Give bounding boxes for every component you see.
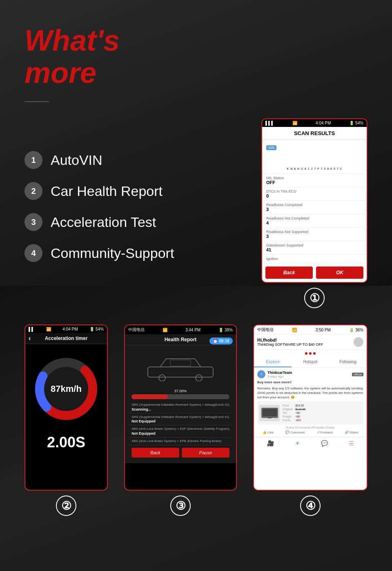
post-author: ThinkcarTeam xyxy=(267,371,292,375)
feature-label-1: AutoVIN xyxy=(51,152,102,168)
progress-bar-bg xyxy=(131,394,229,399)
nav-chat-icon[interactable]: 💬 xyxy=(321,440,328,447)
avatar xyxy=(354,337,363,347)
post-avatar: T xyxy=(257,370,265,378)
svg-rect-7 xyxy=(170,360,191,366)
comm-signal: 中国电信 xyxy=(257,327,274,333)
vin-badge: VIN xyxy=(266,145,276,150)
comm-battery: 🔋 36% xyxy=(349,328,363,332)
back-arrow-icon[interactable]: ‹ xyxy=(29,335,31,342)
progress-container: 37.00% xyxy=(131,389,229,399)
share-button[interactable]: 🔗 Share xyxy=(345,431,359,434)
dots-indicator xyxy=(254,350,367,357)
post-time: 5 days ago xyxy=(267,375,292,378)
svg-point-4 xyxy=(159,375,165,381)
scan-row-readiness-not-completed: Readiness Not Completed 4 xyxy=(262,214,367,228)
page-header: What's more xyxy=(24,24,368,89)
progress-bar-fill xyxy=(131,394,168,399)
vin-section: VIN // Generate barcode bars var bars = … xyxy=(262,140,367,174)
ok-button[interactable]: OK xyxy=(316,267,363,279)
scan-row-mil: MIL Status OFF xyxy=(262,174,367,187)
feature-item-4: 4 Community-Support xyxy=(24,244,261,262)
car-svg xyxy=(140,353,221,381)
health-back-button[interactable]: Back xyxy=(131,448,179,458)
post-content: Remarks: Buy any 2/3 software, the syete… xyxy=(257,386,363,400)
vin-number: K N A H U 8 1 2 7 F 7 0 8 6 5 7 2 xyxy=(266,167,363,170)
post-stats: 0Likes 0Comments 0Forwards 0Views xyxy=(257,426,363,429)
post-header: T ThinkcarTeam 5 days ago official xyxy=(257,370,363,378)
scan-row-readiness-completed: Readiness Completed 3 xyxy=(262,201,367,214)
feature-number-3: 3 xyxy=(24,213,42,231)
feature-number-2: 2 xyxy=(24,182,42,200)
post-actions: 👍 Like 💬 Comment ↗ Forward 🔗 Share xyxy=(257,431,363,434)
time-display: 4:04 PM xyxy=(316,121,331,125)
status-bar-1: ▌▌▌ 📶 4:04 PM 🔋 54% xyxy=(262,119,367,127)
scan-row-readiness-not-supported: Readiness Not Supported 3 xyxy=(262,228,367,241)
forward-button[interactable]: ↗ Forward xyxy=(317,431,333,434)
accel-status-bar: ▌▌ 📶 4:04 PM 🔋 54% xyxy=(25,325,107,333)
health-battery: 🔋 38% xyxy=(218,328,233,332)
tab-hotspot[interactable]: Hotspot xyxy=(292,357,329,367)
progress-label: 37.00% xyxy=(131,389,229,393)
official-badge: official xyxy=(352,373,363,376)
health-status-bar: 中国电信 📶 3:44 PM 🔋 38% xyxy=(125,325,236,334)
barcode: // Generate barcode bars var bars = [2,1… xyxy=(266,153,363,166)
comm-wifi: 📶 xyxy=(292,328,297,332)
greeting: Hi,fhobd! xyxy=(257,338,323,342)
bottom-phones-section: ▌▌ 📶 4:04 PM 🔋 54% ‹ Acceleration timer xyxy=(24,324,368,516)
badge-3: ③ xyxy=(170,495,191,516)
comm-time: 3:50 PM xyxy=(316,328,331,332)
badge-2: ② xyxy=(56,495,76,516)
accel-wifi: 📶 xyxy=(46,327,51,331)
feature-item-2: 2 Car Health Report xyxy=(24,182,261,200)
community-tabs: Explore Hotspot Following xyxy=(254,357,367,368)
nav-menu-icon[interactable]: ☰ xyxy=(349,440,354,447)
divider xyxy=(24,101,49,102)
car-outline xyxy=(128,349,233,387)
scan-buttons: Back OK xyxy=(262,263,367,282)
feature-number-4: 4 xyxy=(24,244,42,262)
scan-results-phone: ▌▌▌ 📶 4:04 PM 🔋 54% SCAN RESULTS VIN xyxy=(261,118,368,283)
health-wifi: 📶 xyxy=(163,328,167,332)
health-buttons: Back Pause xyxy=(128,445,233,460)
health-pause-button[interactable]: Pause xyxy=(182,448,229,458)
health-phone: 中国电信 📶 3:44 PM 🔋 38% Health Report ⏰ 00:… xyxy=(124,324,237,491)
comment-button[interactable]: 💬 Comment xyxy=(285,431,305,434)
health-signal: 中国电信 xyxy=(128,327,145,333)
community-screen: Hi,fhobd! ThinkDiag SOFTWARE UP TO $40 O… xyxy=(254,335,367,490)
accel-phone: ▌▌ 📶 4:04 PM 🔋 54% ‹ Acceleration timer xyxy=(24,324,108,491)
accel-battery: 🔋 54% xyxy=(89,327,104,331)
svg-rect-9 xyxy=(263,409,277,416)
bottom-nav: 🎥 ☀ 💬 ☰ xyxy=(254,437,367,449)
barcode-svg: // Generate barcode bars var bars = [2,1… xyxy=(270,153,359,166)
community-header: Hi,fhobd! ThinkDiag SOFTWARE UP TO $40 O… xyxy=(254,335,367,350)
donut-chart: 87km/h xyxy=(33,356,99,422)
community-phone: 中国电信 📶 3:50 PM 🔋 36% Hi,fhobd! ThinkDiag… xyxy=(253,324,368,491)
feature-label-4: Community-Support xyxy=(51,245,174,261)
nav-video-icon[interactable]: 🎥 xyxy=(267,440,274,447)
feature-number-1: 1 xyxy=(24,151,42,169)
accel-header: ‹ Acceleration timer xyxy=(25,333,107,344)
svg-point-5 xyxy=(196,375,202,381)
scan-row-dtc: DTCs In This ECU 0 xyxy=(262,187,367,201)
accel-signal: ▌▌ xyxy=(29,327,34,331)
feature-item-1: 1 AutoVIN xyxy=(24,151,261,169)
badge-1-container: ① xyxy=(304,288,325,308)
post-content-title: Buy more save more!! xyxy=(257,380,363,384)
header-title-line2: more xyxy=(24,57,368,89)
sale-text: ThinkDiag SOFTWARE UP TO $40 OFF xyxy=(257,342,323,347)
nav-home-icon[interactable]: ☀ xyxy=(295,440,300,447)
svg-rect-10 xyxy=(268,417,272,418)
scan-screen: SCAN RESULTS VIN // Generate barcode bar… xyxy=(262,127,367,282)
tab-following[interactable]: Following xyxy=(329,357,367,367)
health-item-4: ABS (Anti-Lock Brake System) > EPB (Elec… xyxy=(128,438,233,445)
like-button[interactable]: 👍 Like xyxy=(263,431,274,434)
scan-results-title: SCAN RESULTS xyxy=(262,127,367,140)
price-table: Price$39.95 Original$119.86 Tax+$0 Freig… xyxy=(282,403,306,422)
back-button[interactable]: Back xyxy=(265,267,313,279)
feature-label-3: Acceleration Test xyxy=(51,214,156,230)
feature-item-3: 3 Acceleration Test xyxy=(24,213,261,231)
community-post: T ThinkcarTeam 5 days ago official Buy m… xyxy=(254,368,367,437)
features-list: 1 AutoVIN 2 Car Health Report 3 Accelera… xyxy=(24,110,261,275)
tab-explore[interactable]: Explore xyxy=(254,357,292,367)
